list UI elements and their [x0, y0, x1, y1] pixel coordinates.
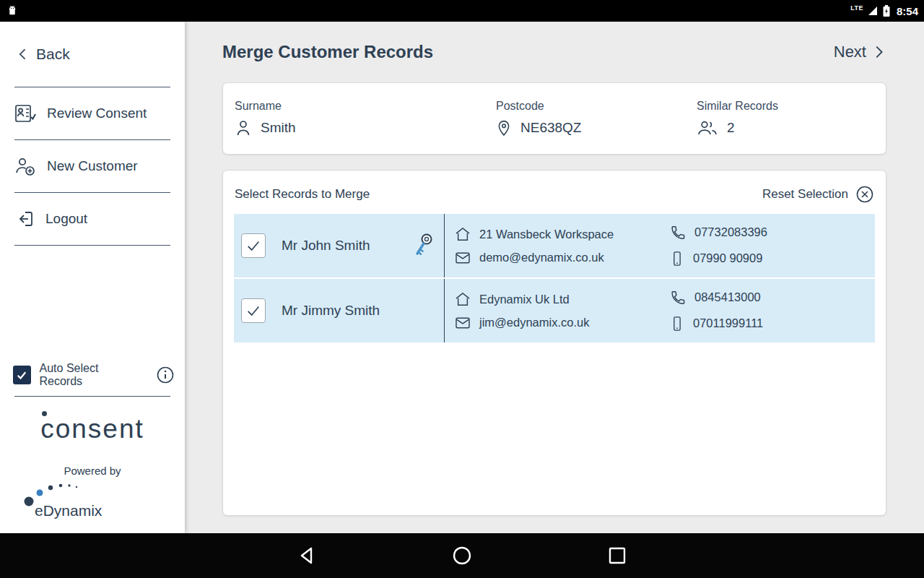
record-checkbox[interactable] — [241, 298, 266, 323]
sidebar-item-new-customer[interactable]: New Customer — [0, 140, 185, 192]
similar-records-field: Similar Records 2 — [697, 100, 874, 137]
similar-records-value: 2 — [727, 120, 735, 136]
record-row[interactable]: Mr John Smith — [234, 214, 875, 277]
record-phone: 07732083396 — [694, 225, 767, 239]
phone-icon — [670, 290, 686, 306]
postcode-label: Postcode — [496, 100, 697, 113]
location-pin-icon — [496, 118, 512, 137]
info-icon[interactable] — [156, 366, 175, 384]
status-bar: LTE 8:54 — [0, 0, 924, 22]
postcode-value: NE638QZ — [520, 120, 581, 136]
record-name: Mr John Smith — [282, 238, 370, 254]
android-robot-icon — [6, 4, 19, 17]
reset-selection-label: Reset Selection — [762, 187, 848, 202]
logo-text: consent — [40, 414, 144, 444]
reset-selection-button[interactable]: Reset Selection — [762, 185, 874, 204]
close-circle-icon — [855, 185, 874, 204]
record-phones-block: 0845413000 07011999111 — [670, 290, 875, 332]
record-contact-block: Edynamix Uk Ltd jim@edynamix.co.uk — [445, 292, 670, 329]
surname-field: Surname Smith — [235, 100, 496, 137]
record-address: Edynamix Uk Ltd — [479, 293, 570, 306]
surname-label: Surname — [235, 100, 496, 113]
chevron-right-icon — [871, 43, 886, 61]
sidebar: Back Review Consent — [0, 22, 185, 533]
record-email: jim@edynamix.co.uk — [479, 316, 589, 329]
record-row-left: Mr Jimmy Smith — [234, 279, 445, 342]
record-email: demo@edynamix.co.uk — [479, 251, 604, 264]
search-summary-card: Surname Smith Postcode NE638QZ — [222, 82, 886, 155]
main-content: Merge Customer Records Next Surname — [185, 22, 924, 533]
app-screen: LTE 8:54 Back — [0, 0, 924, 578]
chevron-left-icon — [16, 46, 30, 63]
android-nav-bar — [0, 533, 924, 578]
record-row-left: Mr John Smith — [234, 214, 445, 277]
signal-icon — [867, 5, 879, 17]
sidebar-item-label: Review Consent — [47, 105, 147, 121]
email-icon — [455, 251, 471, 264]
record-address: 21 Wansbeck Workspace — [479, 228, 614, 241]
record-contact-block: 21 Wansbeck Workspace demo@edynamix.co.u… — [445, 227, 670, 264]
battery-icon — [882, 4, 891, 17]
records-header: Select Records to Merge Reset Selection — [223, 171, 886, 214]
home-icon — [455, 227, 471, 241]
record-mobile: 07011999111 — [693, 316, 763, 330]
brand-text: eDynamix — [35, 502, 103, 519]
review-consent-icon — [14, 103, 36, 124]
nav-recents-button[interactable] — [608, 546, 627, 565]
auto-select-checkbox[interactable] — [13, 366, 31, 384]
sidebar-item-label: Logout — [45, 211, 87, 227]
person-icon — [235, 118, 252, 137]
sidebar-item-label: New Customer — [47, 158, 138, 174]
email-icon — [455, 316, 471, 329]
records-list: Mr John Smith — [223, 214, 886, 344]
mobile-icon — [670, 250, 684, 267]
powered-by-label: Powered by — [0, 449, 185, 478]
surname-value: Smith — [261, 120, 296, 136]
record-name: Mr Jimmy Smith — [282, 303, 380, 319]
nav-home-button[interactable] — [452, 545, 472, 566]
home-icon — [455, 292, 471, 306]
records-panel-title: Select Records to Merge — [235, 187, 370, 202]
people-icon — [697, 118, 718, 137]
sidebar-spacer — [0, 246, 185, 354]
auto-select-label: Auto Select Records — [40, 362, 139, 388]
record-phone: 0845413000 — [694, 290, 761, 304]
record-phones-block: 07732083396 07990 90909 — [670, 225, 875, 267]
page-title: Merge Customer Records — [222, 42, 433, 62]
auto-select-records-row: Auto Select Records — [0, 354, 185, 396]
logout-icon — [14, 209, 35, 229]
records-panel: Select Records to Merge Reset Selection — [222, 170, 886, 516]
consent-logo: consent — [0, 397, 185, 449]
sidebar-item-review-consent[interactable]: Review Consent — [0, 87, 185, 139]
next-button[interactable]: Next — [834, 43, 886, 61]
postcode-field: Postcode NE638QZ — [496, 100, 697, 137]
nav-back-button[interactable] — [297, 545, 316, 566]
mobile-icon — [670, 315, 684, 332]
record-row[interactable]: Mr Jimmy Smith Edynamix Uk Ltd — [234, 279, 875, 342]
svg-text:eDynamix: eDynamix — [35, 502, 103, 519]
phone-icon — [670, 225, 686, 241]
key-icon — [411, 231, 437, 260]
network-type-label: LTE — [850, 4, 863, 12]
back-button[interactable]: Back — [0, 22, 185, 87]
similar-records-label: Similar Records — [697, 100, 874, 113]
sidebar-item-logout[interactable]: Logout — [0, 193, 185, 245]
next-label: Next — [834, 43, 866, 61]
record-checkbox[interactable] — [241, 233, 266, 258]
clock: 8:54 — [897, 5, 918, 17]
back-label: Back — [36, 46, 70, 63]
record-mobile: 07990 90909 — [693, 251, 762, 265]
main-header: Merge Customer Records Next — [222, 22, 886, 82]
edynamix-logo: eDynamix — [0, 478, 185, 533]
person-add-icon — [14, 156, 36, 176]
